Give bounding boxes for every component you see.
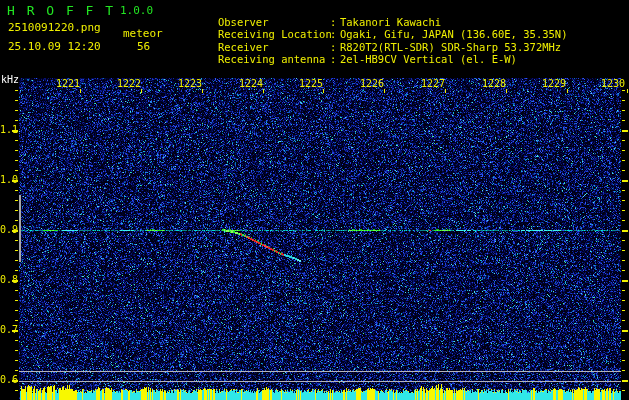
y-tick-label: 1.0 [0,175,14,185]
info-value: Takanori Kawachi [340,16,441,28]
info-value: 2el-HB9CV Vertical (el. E-W) [340,53,517,65]
timestamp: 25.10.09 12:20 [8,40,101,53]
x-tick-label: 1229 [541,79,566,89]
x-tick-label: 1222 [116,79,141,89]
x-tick-label: 1224 [238,79,263,89]
station-info: Observer:Takanori Kawachi Receiving Loca… [180,3,568,53]
info-colon: : [330,16,340,29]
app-title: H R O F F T [7,3,115,18]
info-value: R820T2(RTL-SDR) SDR-Sharp 53.372MHz [340,41,561,53]
info-row-observer: Observer:Takanori Kawachi [180,3,568,16]
y-tick-label: 0.7 [0,325,14,335]
info-label: Observer [218,16,330,29]
x-tick-label: 1221 [55,79,80,89]
x-tick-label: 1227 [420,79,445,89]
app-version: 1.0.0 [120,4,153,17]
info-label: Receiver [218,41,330,54]
x-tick-label: 1223 [177,79,202,89]
x-tick-label: 1230 [600,79,625,89]
mode-label: meteor [123,27,163,40]
meteor-count: 56 [137,40,150,53]
info-value: Ogaki, Gifu, JAPAN (136.60E, 35.35N) [340,28,568,40]
info-colon: : [330,41,340,54]
y-axis-unit: kHz [1,75,19,85]
info-colon: : [330,28,340,41]
y-tick-label: 0.8 [0,275,14,285]
info-label: Receiving Location [218,28,330,41]
info-label: Receiving antenna [218,53,330,66]
y-tick-label: 1.1 [0,125,14,135]
output-filename: 2510091220.png [8,21,101,34]
x-tick-label: 1225 [298,79,323,89]
y-tick-label: 0.6 [0,375,14,385]
x-tick-label: 1226 [359,79,384,89]
hrofft-window: H R O F F T 1.0.0 2510091220.png meteor … [0,0,629,400]
info-colon: : [330,53,340,66]
y-tick-label: 0.9 [0,225,14,235]
x-tick-label: 1228 [481,79,506,89]
